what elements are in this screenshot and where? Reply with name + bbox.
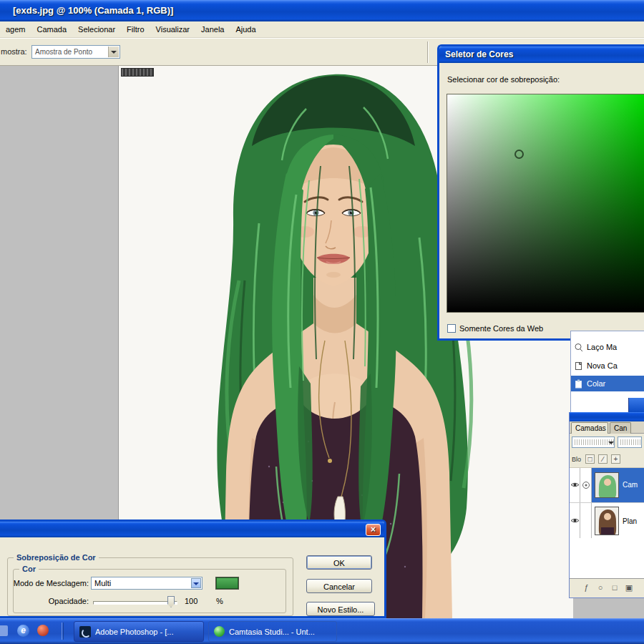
opacity-value: 100 xyxy=(185,597,197,605)
color-group-title: Cor xyxy=(19,565,39,573)
taskbar-camtasia-label: Camtasia Studi... - Unt... xyxy=(229,628,315,636)
menu-visualizar[interactable]: Visualizar xyxy=(150,25,196,34)
menu-camada[interactable]: Camada xyxy=(31,25,73,34)
new-style-button[interactable]: Novo Estilo... xyxy=(306,602,375,616)
window-title: [exds.jpg @ 100% (Camada 1, RGB)] xyxy=(13,5,173,16)
color-picker-prompt: Selecionar cor de sobreposição: xyxy=(447,75,560,84)
color-groupbox: Cor xyxy=(13,569,286,613)
sample-label: mostra: xyxy=(1,47,27,56)
tab-canais[interactable]: Can xyxy=(610,422,631,434)
layer1-name: Cam xyxy=(623,481,638,489)
sample-size-dropdown[interactable]: Amostra de Ponto xyxy=(31,45,120,59)
eye-column xyxy=(570,503,580,538)
web-colors-row: Somente Cores da Web xyxy=(447,324,543,333)
sample-size-value: Amostra de Ponto xyxy=(35,48,92,56)
taskbar-photoshop-label: Adobe Photoshop - [... xyxy=(95,628,173,636)
menu-imagem-partial[interactable]: agem xyxy=(0,25,31,34)
lock-transparency-icon[interactable]: □ xyxy=(585,454,595,464)
blend-mode-select[interactable]: Multi xyxy=(91,577,203,590)
web-colors-checkbox[interactable] xyxy=(447,324,456,333)
layer-row-background[interactable]: Plan xyxy=(570,502,644,538)
quick-launch-partial-icon[interactable] xyxy=(0,625,8,636)
eye-icon[interactable] xyxy=(570,482,580,488)
chevron-down-icon[interactable] xyxy=(108,47,119,57)
menu-filtro[interactable]: Filtro xyxy=(121,25,150,34)
history-item-new-layer[interactable]: Nova Ca xyxy=(571,357,644,374)
menu-bar: agem Camada Selecionar Filtro Visualizar… xyxy=(0,21,644,38)
blend-mode-label: Modo de Mesclagem: xyxy=(10,579,89,587)
opacity-slider[interactable] xyxy=(93,601,177,605)
lasso-icon xyxy=(574,343,583,352)
color-picker-titlebar[interactable]: Seletor de Cores xyxy=(439,47,644,63)
chevron-down-icon[interactable] xyxy=(191,578,201,588)
link-column xyxy=(580,503,592,538)
menu-janela[interactable]: Janela xyxy=(195,25,230,34)
photoshop-icon xyxy=(79,626,91,638)
blend-mode-dropdown[interactable] xyxy=(572,436,615,448)
new-layer-button-icon[interactable]: □ xyxy=(610,582,620,592)
menu-ajuda[interactable]: Ajuda xyxy=(230,25,261,34)
paste-icon xyxy=(574,379,583,389)
color-picker-dialog: Seletor de Cores Selecionar cor de sobre… xyxy=(437,44,644,341)
history-item-paste[interactable]: Colar xyxy=(571,376,644,391)
link-column xyxy=(580,468,592,502)
ok-button[interactable]: OK xyxy=(306,555,372,570)
delete-layer-icon[interactable]: ▣ xyxy=(624,582,634,592)
lock-row: Blo □ ∕ + xyxy=(570,452,644,468)
panel-titlebar-fragment[interactable] xyxy=(628,398,644,412)
taskbar: e Adobe Photoshop - [... Camtasia Studi.… xyxy=(0,618,644,644)
window-titlebar[interactable]: [exds.jpg @ 100% (Camada 1, RGB)] xyxy=(0,0,644,21)
eye-column xyxy=(570,468,580,502)
layer2-thumbnail xyxy=(595,507,619,535)
layers-bottom-bar: ƒ ○ □ ▣ xyxy=(570,578,644,597)
opacity-label: Opacidade: xyxy=(10,597,89,605)
lock-label: Blo xyxy=(572,456,581,463)
lock-move-icon[interactable]: + xyxy=(611,454,620,464)
history-label: Nova Ca xyxy=(587,361,618,370)
color-overlay-dialog: × Sobreposição de Cor Cor Modo de Mescla… xyxy=(0,519,386,618)
overlay-group-title: Sobreposição de Cor xyxy=(14,553,99,562)
options-divider xyxy=(427,42,429,63)
layers-empty-area xyxy=(570,538,644,578)
layer-row-camada1[interactable]: Cam xyxy=(570,468,644,502)
history-label: Colar xyxy=(587,379,605,388)
color-swatch[interactable] xyxy=(215,577,239,590)
brush-indicator-icon xyxy=(582,481,590,489)
new-layer-icon xyxy=(574,361,583,371)
blend-controls-row xyxy=(570,434,644,452)
layers-panel-titlebar[interactable] xyxy=(570,412,644,421)
layer2-name: Plan xyxy=(623,517,637,525)
camtasia-icon xyxy=(214,626,225,637)
color-picker-title: Seletor de Cores xyxy=(445,49,513,59)
layer-style-icon[interactable]: ƒ xyxy=(581,582,591,592)
close-icon[interactable]: × xyxy=(366,524,381,536)
web-colors-label: Somente Cores da Web xyxy=(459,324,543,333)
menu-selecionar[interactable]: Selecionar xyxy=(72,25,121,34)
layer1-thumbnail xyxy=(595,472,619,498)
color-field-marker[interactable] xyxy=(514,150,524,159)
color-field[interactable] xyxy=(447,94,644,313)
red-app-icon[interactable] xyxy=(37,625,49,636)
opacity-box[interactable] xyxy=(618,436,642,448)
cancel-button[interactable]: Cancelar xyxy=(306,579,372,593)
photoshop-window: [exds.jpg @ 100% (Camada 1, RGB)] agem C… xyxy=(0,0,644,644)
taskbar-photoshop-button[interactable]: Adobe Photoshop - [... xyxy=(74,621,204,642)
layer-mask-icon[interactable]: ○ xyxy=(595,582,605,592)
document-window-fragment xyxy=(121,68,154,77)
lock-paint-icon[interactable]: ∕ xyxy=(598,454,608,464)
history-label: Laço Ma xyxy=(587,343,617,351)
layers-panel: Camadas Can Blo □ ∕ + Cam xyxy=(569,412,644,598)
tab-camadas[interactable]: Camadas xyxy=(571,422,608,434)
quick-launch-divider xyxy=(62,623,64,640)
layers-tabs: Camadas Can xyxy=(570,421,644,434)
blend-mode-value: Multi xyxy=(94,579,111,587)
eye-icon[interactable] xyxy=(570,517,580,524)
internet-explorer-icon[interactable]: e xyxy=(17,625,29,637)
taskbar-camtasia-button[interactable]: Camtasia Studi... - Unt... xyxy=(208,621,337,642)
overlay-dialog-titlebar[interactable]: × xyxy=(0,522,384,537)
history-item-lasso[interactable]: Laço Ma xyxy=(571,338,644,356)
opacity-unit: % xyxy=(216,597,223,605)
